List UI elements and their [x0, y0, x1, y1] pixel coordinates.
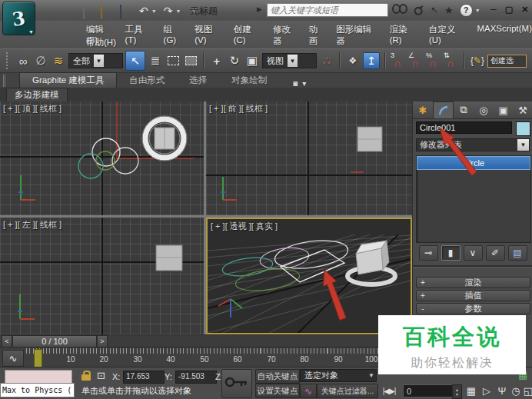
ribbon-grip[interactable] — [3, 75, 13, 87]
zoom-region-icon[interactable]: ◱ — [521, 384, 532, 397]
subscription-key-icon[interactable] — [411, 2, 427, 18]
configure-modifier-sets-icon[interactable]: ▤ — [508, 245, 527, 261]
auto-key-button[interactable]: 自动关键点 — [255, 369, 300, 384]
show-end-result-icon[interactable]: ▮ — [441, 245, 461, 261]
maximize-button[interactable]: ▢ — [505, 5, 513, 15]
key-mode-toggle-icon[interactable]: |◀▶| — [382, 384, 396, 397]
menu-group[interactable]: 组(G) — [164, 24, 185, 47]
absolute-mode-icon[interactable]: ⊡ — [97, 370, 105, 381]
open-file-button[interactable] — [101, 5, 113, 17]
undo-button[interactable]: ↶ — [139, 5, 148, 17]
named-selection-field[interactable]: 创建选 — [487, 55, 527, 68]
time-configuration-icon[interactable]: ▦ — [464, 384, 478, 397]
selection-filter-dropdown[interactable]: 全部▼ — [68, 53, 123, 68]
menu-modifiers[interactable]: 修改器 — [273, 24, 299, 47]
track-bar[interactable]: ∿ 0 10 20 30 40 50 60 70 80 90 100 — [0, 347, 412, 367]
unlink-selection-icon[interactable]: ∅ — [33, 52, 48, 69]
bind-to-spacewarp-icon[interactable]: ≋ — [51, 52, 66, 69]
set-key-button[interactable]: 设置关键点 — [255, 384, 300, 398]
select-by-name-icon[interactable]: ≣ — [148, 52, 163, 69]
current-frame-field[interactable]: 0 — [403, 384, 457, 397]
modify-tab-icon[interactable] — [433, 101, 454, 118]
menu-customize[interactable]: 自定义(U) — [429, 24, 467, 47]
spinner-snap-toggle[interactable]: ⇅∩ — [444, 52, 459, 69]
select-and-move-icon[interactable]: + — [209, 52, 224, 69]
pin-stack-icon[interactable]: ⊸ — [419, 245, 438, 261]
menu-rendering[interactable]: 渲染(R) — [390, 24, 419, 47]
menu-animation[interactable]: 动画 — [309, 24, 327, 47]
time-slider-handle[interactable]: 0 / 100 — [12, 335, 97, 347]
menu-graph-editors[interactable]: 图形编辑器 — [336, 24, 379, 47]
save-button[interactable] — [120, 5, 132, 17]
angle-snap-toggle[interactable]: ∠∩ — [408, 52, 424, 69]
ribbon-subtab-polymodeling[interactable]: 多边形建模 — [6, 88, 68, 101]
motion-tab-icon[interactable]: ◎ — [474, 101, 494, 118]
window-crossing-toggle-icon[interactable] — [183, 52, 198, 69]
utilities-tab-icon[interactable]: ⚒ — [513, 101, 532, 118]
viewport-perspective-label[interactable]: [ + ][ 透视 ][ 真实 ] — [211, 221, 278, 232]
viewport-left-label[interactable]: [ + ][ 左 ][ 线框 ] — [3, 219, 62, 231]
help-dropdown-icon[interactable]: ▼ — [475, 8, 480, 13]
x-coord-field[interactable]: 17.653 — [123, 371, 165, 384]
rollout-rendering[interactable]: + 渲染 — [416, 277, 530, 288]
select-and-rotate-icon[interactable]: ↻ — [227, 52, 242, 69]
ribbon-tab-selection[interactable]: 选择 — [177, 73, 219, 88]
ribbon-tab-graphite[interactable]: Graphite 建模工具 — [19, 72, 117, 88]
pan-hand-icon[interactable]: Ψ — [495, 384, 509, 397]
menu-views[interactable]: 视图(V) — [195, 24, 224, 47]
ribbon-tab-freeform[interactable]: 自由形式 — [117, 73, 177, 88]
ribbon-minimize-icon[interactable]: ◙ — [293, 79, 298, 88]
display-tab-icon[interactable]: ▣ — [494, 101, 514, 118]
next-frame-button[interactable]: > — [97, 335, 108, 347]
minimize-button[interactable]: ─ — [490, 5, 497, 15]
undo-dropdown-icon[interactable]: ▼ — [151, 8, 157, 14]
viewport-top[interactable]: [ + ][ 顶 ][ 线框 ] — [0, 101, 204, 215]
new-file-button[interactable] — [81, 5, 94, 17]
select-and-link-icon[interactable]: ∞ — [15, 52, 31, 69]
search-icon[interactable] — [392, 3, 407, 17]
select-and-scale-icon[interactable]: ▣ — [244, 52, 260, 69]
previous-frame-button[interactable]: < — [2, 335, 12, 347]
search-input[interactable] — [267, 3, 388, 17]
create-tab-icon[interactable]: ✱ — [413, 101, 433, 118]
menu-create[interactable]: 创建(C) — [234, 24, 263, 47]
maxscript-listener-field[interactable]: Max to Physcs ( — [0, 383, 75, 397]
keyboard-override-toggle[interactable]: ↥ — [363, 52, 380, 69]
help-button[interactable]: ? — [460, 4, 473, 17]
favorites-star-icon[interactable]: ★ — [444, 5, 454, 16]
communication-center-icon[interactable]: ↖ — [431, 5, 438, 15]
y-coord-field[interactable]: -91.503 — [175, 371, 217, 384]
selection-set-dropdown[interactable]: 选定对象 ▼ — [300, 369, 377, 382]
rectangular-selection-region-icon[interactable] — [165, 52, 181, 69]
menu-tools[interactable]: 工具(T) — [125, 24, 154, 47]
expand-arrow-icon[interactable]: ▶ — [257, 5, 262, 13]
edit-named-selections-icon[interactable]: {✎} — [470, 52, 485, 69]
object-color-swatch[interactable] — [516, 121, 530, 136]
viewport-top-label[interactable]: [ + ][ 顶 ][ 线框 ] — [3, 103, 62, 115]
percent-snap-toggle[interactable]: %∩ — [426, 52, 441, 69]
viewport-front-label[interactable]: [ + ][ 前 ][ 线框 ] — [209, 103, 268, 115]
close-button[interactable]: ✕ — [521, 5, 528, 15]
toolbar-grip[interactable] — [6, 52, 10, 69]
app-menu-button[interactable]: 3 ▼ — [2, 2, 35, 35]
viewport-left[interactable]: [ + ][ 左 ][ 线框 ] — [0, 218, 204, 334]
hierarchy-tab-icon[interactable]: ⧉ — [454, 101, 474, 118]
menu-maxscript[interactable]: MAXScript(M) — [477, 24, 532, 47]
viewport-front[interactable]: [ + ][ 前 ][ 线框 ] — [206, 101, 412, 215]
menu-help[interactable]: 帮助(H) — [86, 37, 116, 48]
ribbon-tab-object-paint[interactable]: 对象绘制 — [219, 73, 279, 88]
make-unique-icon[interactable]: ∨ — [464, 245, 483, 261]
use-pivot-center-icon[interactable]: ∴ — [319, 52, 334, 69]
selection-lock-icon[interactable] — [81, 371, 91, 381]
key-filters-button[interactable]: 关键点过滤器... — [317, 384, 378, 398]
rollout-interpolation[interactable]: + 插值 — [416, 290, 530, 301]
select-and-manipulate-icon[interactable]: ❖ — [345, 52, 361, 69]
macro-recorder-field[interactable] — [5, 370, 72, 384]
select-object-button[interactable]: ↖ — [125, 51, 145, 71]
new-key-tangent-icon[interactable]: ∿ — [300, 384, 317, 398]
frame-spinner[interactable]: ▲▼ — [452, 384, 462, 399]
play-button-icon[interactable]: ▷ — [480, 384, 494, 397]
reference-coordinate-dropdown[interactable]: 视图▼ — [262, 53, 317, 68]
set-keys-button[interactable] — [221, 369, 252, 398]
snaps-toggle-3d[interactable]: 3∩ — [391, 52, 406, 69]
